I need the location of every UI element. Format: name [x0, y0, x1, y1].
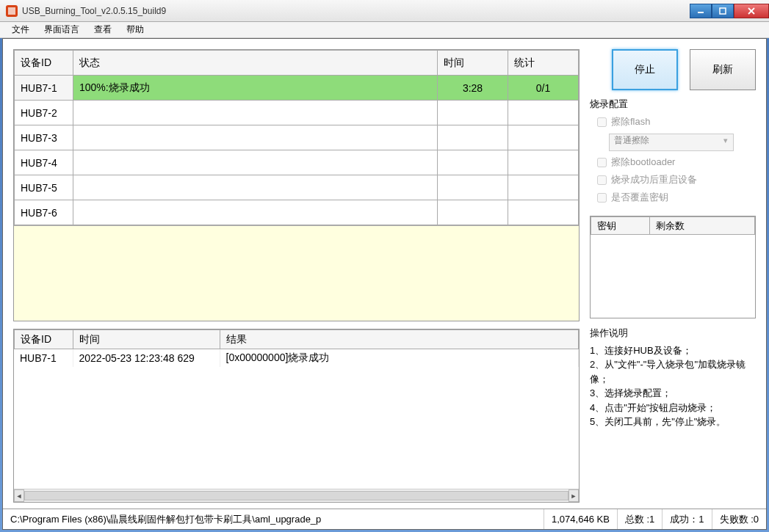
svg-rect-2 [720, 8, 726, 14]
config-title: 烧录配置 [590, 98, 756, 111]
scroll-right-icon[interactable]: ► [568, 489, 579, 502]
override-key-checkbox[interactable]: 是否覆盖密钥 [597, 191, 756, 204]
cell-status [73, 175, 438, 200]
col-stat[interactable]: 统计 [508, 51, 579, 76]
cell-stat [508, 200, 579, 225]
cell-time: 3:28 [438, 76, 508, 101]
status-size: 1,074,646 KB [544, 509, 618, 529]
cell-id: HUB7-6 [15, 200, 73, 225]
menu-help[interactable]: 帮助 [119, 22, 151, 37]
status-fail: 失败数 :0 [712, 509, 766, 529]
reboot-checkbox[interactable]: 烧录成功后重启设备 [597, 173, 756, 186]
log-table: 设备ID 时间 结果 HUB7-12022-05-23 12:23:48 629… [13, 329, 580, 503]
menu-language[interactable]: 界面语言 [37, 22, 87, 37]
menu-view[interactable]: 查看 [87, 22, 119, 37]
device-table-empty-area [14, 225, 579, 321]
window-title: USB_Burning_Tool_v2.0.5.15_build9 [22, 6, 166, 16]
key-table: 密钥 剩余数 [590, 216, 756, 318]
status-success: 成功：1 [663, 509, 712, 529]
status-total: 总数 :1 [618, 509, 663, 529]
cell-status [73, 125, 438, 150]
horizontal-scrollbar[interactable]: ◄ ► [14, 489, 579, 502]
maximize-button[interactable] [712, 4, 734, 18]
instruction-line: 5、关闭工具前，先"停止"烧录。 [590, 415, 756, 429]
instructions: 操作说明 1、连接好HUB及设备； 2、从"文件"-"导入烧录包"加载烧录镜像；… [590, 326, 756, 429]
refresh-button[interactable]: 刷新 [690, 49, 756, 90]
table-row[interactable]: HUB7-5 [15, 175, 579, 200]
table-row[interactable]: HUB7-1100%:烧录成功3:280/1 [15, 76, 579, 101]
status-bar: C:\Program Files (x86)\晶晨线刷固件解包打包带卡刷工具\a… [3, 509, 766, 529]
scroll-thumb[interactable] [24, 491, 568, 500]
menu-file[interactable]: 文件 [4, 22, 37, 37]
log-col-id[interactable]: 设备ID [15, 330, 73, 349]
cell-result: [0x00000000]烧录成功 [220, 349, 579, 367]
key-col-remain[interactable]: 剩余数 [650, 217, 755, 235]
cell-id: HUB7-1 [14, 349, 73, 367]
stop-button[interactable]: 停止 [612, 49, 678, 90]
instruction-line: 4、点击"开始"按钮启动烧录； [590, 401, 756, 415]
scroll-left-icon[interactable]: ◄ [14, 489, 24, 502]
table-row[interactable]: HUB7-4 [15, 150, 579, 175]
cell-status [73, 150, 438, 175]
cell-time [438, 101, 508, 125]
cell-status: 100%:烧录成功 [73, 76, 438, 101]
cell-id: HUB7-1 [15, 76, 73, 101]
cell-id: HUB7-5 [15, 175, 73, 200]
status-path: C:\Program Files (x86)\晶晨线刷固件解包打包带卡刷工具\a… [3, 509, 544, 529]
cell-stat [508, 101, 579, 125]
table-row[interactable]: HUB7-12022-05-23 12:23:48 629[0x00000000… [14, 349, 579, 367]
instructions-title: 操作说明 [590, 326, 756, 340]
cell-id: HUB7-4 [15, 150, 73, 175]
col-device-id[interactable]: 设备ID [15, 51, 73, 76]
log-col-time[interactable]: 时间 [73, 330, 220, 349]
col-status[interactable]: 状态 [73, 51, 438, 76]
log-col-result[interactable]: 结果 [220, 330, 579, 349]
svg-rect-0 [8, 7, 15, 15]
cell-time [438, 175, 508, 200]
burn-config-group: 烧录配置 擦除flash 普通擦除 擦除bootloader 烧录成功后重启设备… [590, 98, 756, 208]
col-time[interactable]: 时间 [438, 51, 508, 76]
cell-stat [508, 150, 579, 175]
cell-stat: 0/1 [508, 76, 579, 101]
table-row[interactable]: HUB7-6 [15, 200, 579, 225]
erase-mode-select[interactable]: 普通擦除 [609, 134, 734, 151]
instruction-line: 3、选择烧录配置； [590, 386, 756, 401]
table-row[interactable]: HUB7-2 [15, 101, 579, 125]
minimize-button[interactable] [690, 4, 712, 18]
erase-flash-checkbox[interactable]: 擦除flash [597, 115, 756, 128]
instruction-line: 1、连接好HUB及设备； [590, 343, 756, 358]
title-bar: USB_Burning_Tool_v2.0.5.15_build9 [0, 0, 769, 22]
cell-time [438, 150, 508, 175]
cell-stat [508, 125, 579, 150]
erase-bootloader-checkbox[interactable]: 擦除bootloader [597, 156, 756, 169]
cell-id: HUB7-2 [15, 101, 73, 125]
close-button[interactable] [734, 4, 769, 18]
menu-bar: 文件 界面语言 查看 帮助 [0, 22, 769, 38]
key-col-key[interactable]: 密钥 [591, 217, 650, 235]
device-table: 设备ID 状态 时间 统计 HUB7-1100%:烧录成功3:280/1HUB7… [13, 49, 580, 321]
cell-time: 2022-05-23 12:23:48 629 [73, 349, 220, 367]
table-row[interactable]: HUB7-3 [15, 125, 579, 150]
cell-status [73, 200, 438, 225]
cell-status [73, 101, 438, 125]
cell-id: HUB7-3 [15, 125, 73, 150]
instruction-line: 2、从"文件"-"导入烧录包"加载烧录镜像； [590, 357, 756, 386]
cell-time [438, 200, 508, 225]
cell-stat [508, 175, 579, 200]
cell-time [438, 125, 508, 150]
app-icon [6, 5, 18, 17]
